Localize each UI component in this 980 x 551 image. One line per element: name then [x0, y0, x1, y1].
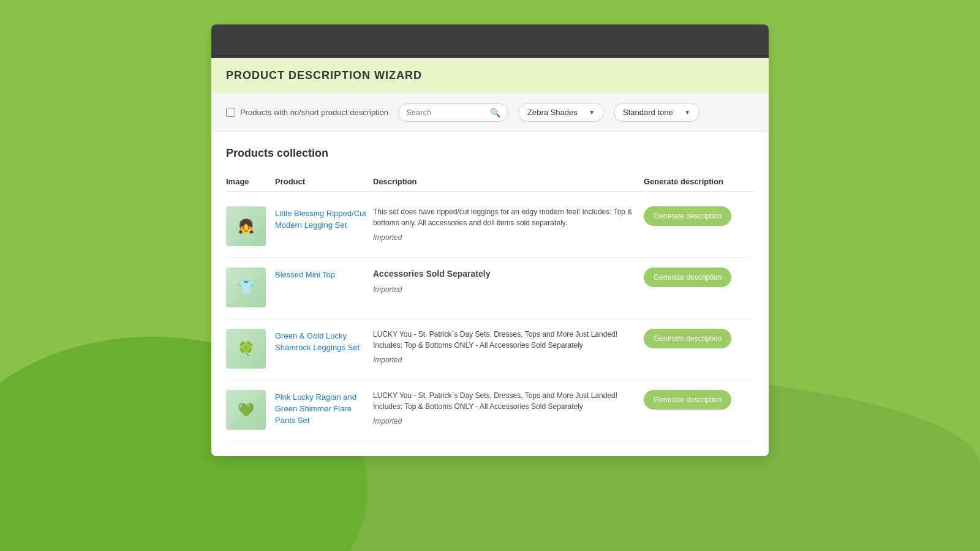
collection-title: Products collection: [226, 147, 754, 160]
store-dropdown-value: Zebra Shades: [527, 108, 578, 117]
product-image-2: 🍀: [226, 329, 266, 369]
tone-dropdown-value: Standard tone: [623, 108, 673, 117]
main-container: PRODUCT DESCRIPTION WIZARD Products with…: [211, 24, 769, 456]
generate-btn-1[interactable]: Generate description: [644, 268, 731, 287]
product-image-3: 💚: [226, 390, 266, 430]
search-input[interactable]: [406, 108, 486, 117]
tone-dropdown[interactable]: Standard tone ▼: [614, 103, 699, 122]
product-desc-0: This set does have ripped/cut leggings f…: [373, 206, 644, 243]
col-image: Image: [226, 177, 275, 186]
table-row: 👕 Blessed Mini Top Accessories Sold Sepa…: [226, 258, 754, 319]
top-bar: [211, 24, 769, 58]
product-desc-1: Accessories Sold Separately Imported: [373, 268, 644, 295]
content-area: Products collection Image Product Descri…: [211, 132, 769, 456]
product-desc-3: LUCKY You - St. Patrick`s Day Sets, Dres…: [373, 390, 644, 427]
filter-checkbox-label[interactable]: Products with no/short product descripti…: [226, 108, 388, 117]
product-link-0[interactable]: Little Blessing Ripped/Cut Modern Leggin…: [275, 209, 366, 230]
generate-btn-3[interactable]: Generate description: [644, 390, 731, 410]
imported-tag-2: Imported: [373, 354, 634, 365]
generate-btn-2[interactable]: Generate description: [644, 329, 731, 348]
imported-tag-0: Imported: [373, 232, 634, 243]
table-row: 👧 Little Blessing Ripped/Cut Modern Legg…: [226, 197, 754, 258]
tone-dropdown-arrow: ▼: [684, 109, 690, 116]
page-title: PRODUCT DESCRIPTION WIZARD: [226, 69, 754, 82]
store-dropdown[interactable]: Zebra Shades ▼: [518, 103, 604, 122]
col-product: Product: [275, 177, 373, 186]
search-box[interactable]: 🔍: [398, 103, 508, 122]
table-row: 🍀 Green & Gold Lucky Shamrock Leggings S…: [226, 319, 754, 380]
product-image-0: 👧: [226, 206, 266, 246]
imported-tag-3: Imported: [373, 416, 634, 427]
col-description: Description: [373, 177, 644, 186]
product-image-1: 👕: [226, 268, 266, 307]
filter-checkbox[interactable]: [226, 108, 235, 117]
table-header: Image Product Description Generate descr…: [226, 172, 754, 192]
filter-checkbox-text: Products with no/short product descripti…: [240, 108, 388, 117]
page-header: PRODUCT DESCRIPTION WIZARD: [211, 58, 769, 93]
store-dropdown-arrow: ▼: [589, 109, 595, 116]
product-link-1[interactable]: Blessed Mini Top: [275, 270, 341, 279]
product-desc-2: LUCKY You - St. Patrick`s Day Sets, Dres…: [373, 329, 644, 365]
generate-btn-0[interactable]: Generate description: [644, 206, 731, 226]
product-link-2[interactable]: Green & Gold Lucky Shamrock Leggings Set: [275, 331, 366, 352]
search-icon: 🔍: [490, 108, 500, 118]
imported-tag-1: Imported: [373, 284, 634, 295]
table-row: 💚 Pink Lucky Raglan and Green Shimmer Fl…: [226, 380, 754, 441]
col-generate: Generate description: [644, 177, 754, 186]
product-link-3[interactable]: Pink Lucky Raglan and Green Shimmer Flar…: [275, 392, 356, 425]
filters-bar: Products with no/short product descripti…: [211, 93, 769, 132]
